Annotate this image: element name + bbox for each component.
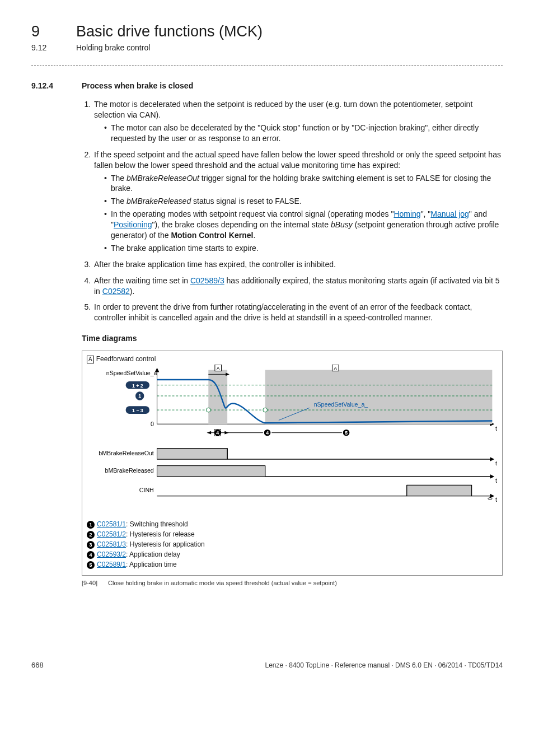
svg-marker-12	[226, 373, 229, 376]
svg-rect-50	[157, 466, 265, 477]
procedure-list: The motor is decelerated when the setpoi…	[82, 99, 503, 323]
page-number: 668	[31, 660, 44, 670]
legend-num-3-icon: 3	[87, 541, 95, 549]
legend-text-2: : Hysteresis for release	[126, 530, 195, 538]
step-1-text: The motor is decelerated when the setpoi…	[94, 100, 472, 119]
svg-text:5: 5	[345, 430, 348, 436]
svg-point-24	[206, 408, 210, 413]
link-manual-jog[interactable]: Manual jog	[430, 209, 469, 218]
step-1: The motor is decelerated when the setpoi…	[93, 99, 503, 144]
svg-text:A: A	[334, 366, 337, 371]
svg-text:bMBrakeReleased: bMBrakeReleased	[105, 467, 153, 474]
legend-num-1-icon: 1	[87, 521, 95, 529]
step-2-bullet-3: In the operating modes with setpoint req…	[104, 209, 503, 241]
svg-text:4: 4	[216, 430, 219, 436]
feedforward-label: Feedforward control	[96, 355, 156, 363]
link-c02581-2[interactable]: C02581/2	[97, 530, 126, 538]
svg-text:nSpeedSetValue_a_: nSpeedSetValue_a_	[314, 402, 369, 408]
figure-legend: 1C02581/1: Switching threshold 2C02581/2…	[87, 520, 498, 570]
figure-top-legend: AFeedforward control	[87, 354, 498, 363]
legend-text-1: : Switching threshold	[126, 520, 188, 528]
svg-text:1: 1	[138, 393, 141, 399]
legend-row-5: 5C02589/1: Application time	[87, 560, 498, 569]
svg-rect-8	[265, 370, 493, 424]
link-c02582[interactable]: C02582	[102, 287, 130, 296]
legend-row-4: 4C02593/2: Application delay	[87, 550, 498, 559]
svg-text:bMBrakeReleaseOut: bMBrakeReleaseOut	[99, 450, 154, 457]
chapter-heading: 9 Basic drive functions (MCK)	[31, 21, 503, 41]
step-2-b1-pre: The	[111, 174, 127, 183]
legend-text-4: : Application delay	[126, 550, 180, 558]
step-4-c: ).	[130, 287, 135, 296]
legend-row-2: 2C02581/2: Hysteresis for release	[87, 530, 498, 539]
svg-text:t: t	[495, 425, 497, 432]
step-5: In order to prevent the drive from furth…	[93, 302, 503, 323]
step-2: If the speed setpoint and the actual spe…	[93, 150, 503, 254]
svg-text:1 + 2: 1 + 2	[132, 383, 143, 389]
step-2-b3-f: .	[253, 231, 255, 240]
step-3: After the brake application time has exp…	[93, 259, 503, 270]
step-2-b3-a: In the operating modes with setpoint req…	[111, 209, 394, 218]
svg-text:A: A	[217, 366, 220, 371]
step-2-b3-em: bBusy	[331, 220, 353, 229]
caption-id: [9-40]	[82, 579, 106, 587]
svg-rect-55	[407, 486, 472, 496]
caption-text: Close holding brake in automatic mode vi…	[108, 580, 337, 586]
step-2-b3-d: "), the brake closes depending on the in…	[152, 220, 330, 229]
svg-rect-44	[157, 449, 228, 459]
figure-box: AFeedforward control nSpeedSetValue_a t …	[82, 351, 503, 576]
step-2-text: If the speed setpoint and the actual spe…	[94, 150, 501, 170]
legend-text-5: : Application time	[126, 561, 177, 568]
svg-rect-7	[208, 370, 227, 424]
body-content: The motor is decelerated when the setpoi…	[31, 99, 503, 587]
svg-text:nSpeedSetValue_a: nSpeedSetValue_a	[106, 370, 157, 377]
legend-row-1: 1C02581/1: Switching threshold	[87, 520, 498, 529]
link-c02593-2[interactable]: C02593/2	[97, 550, 126, 558]
svg-text:t: t	[495, 477, 497, 484]
svg-text:0: 0	[151, 421, 154, 427]
legend-num-4-icon: 4	[87, 551, 95, 559]
section-number: 9.12.4	[31, 81, 65, 91]
link-c02589-3[interactable]: C02589/3	[190, 276, 224, 285]
step-2-bullet-2: The bMBrakeReleased status signal is res…	[104, 196, 503, 207]
step-2-b2-em: bMBrakeReleased	[127, 197, 191, 206]
step-2-bullet-1: The bMBrakeReleaseOut trigger signal for…	[104, 173, 503, 194]
subsection-title: Holding brake control	[76, 43, 150, 53]
link-c02581-1[interactable]: C02581/1	[97, 520, 126, 528]
subsection-number: 9.12	[31, 43, 56, 53]
svg-text:1 − 3: 1 − 3	[132, 408, 143, 413]
legend-row-3: 3C02581/3: Hysteresis for application	[87, 540, 498, 549]
legend-text-3: : Hysteresis for application	[126, 540, 205, 548]
legend-num-5-icon: 5	[87, 561, 95, 569]
svg-text:t: t	[495, 460, 497, 466]
figure-caption: [9-40] Close holding brake in automatic …	[82, 579, 503, 587]
separator-dashed	[31, 66, 503, 66]
time-diagrams-heading: Time diagrams	[82, 333, 503, 344]
svg-text:4: 4	[266, 430, 269, 436]
page-root: 9 Basic drive functions (MCK) 9.12 Holdi…	[0, 0, 534, 692]
step-2-b3-bold: Motion Control Kernel	[171, 231, 253, 240]
section-title: Process when brake is closed	[82, 81, 193, 91]
subsection-heading: 9.12 Holding brake control	[31, 43, 503, 53]
timing-diagram-svg: nSpeedSetValue_a t 0 A A	[87, 365, 498, 516]
chapter-title: Basic drive functions (MCK)	[76, 21, 263, 41]
svg-text:CINH: CINH	[139, 487, 154, 493]
link-positioning[interactable]: Positioning	[114, 220, 152, 229]
svg-marker-29	[207, 431, 211, 435]
step-2-b2-pre: The	[111, 197, 127, 206]
step-1-bullet-1: The motor can also be decelerated by the…	[104, 123, 503, 144]
step-4-a: After the waiting time set in	[94, 276, 190, 285]
step-2-b2-post: status signal is reset to FALSE.	[191, 197, 302, 206]
link-c02589-1[interactable]: C02589/1	[97, 561, 126, 568]
footer-meta: Lenze · 8400 TopLine · Reference manual …	[265, 661, 503, 670]
step-2-b1-em: bMBrakeReleaseOut	[127, 174, 199, 183]
link-c02581-3[interactable]: C02581/3	[97, 540, 126, 548]
svg-point-25	[263, 408, 268, 413]
chapter-number: 9	[31, 21, 56, 41]
section-heading: 9.12.4 Process when brake is closed	[31, 81, 503, 91]
step-2-bullet-4: The brake application time starts to exp…	[104, 243, 503, 254]
page-footer: 668 Lenze · 8400 TopLine · Reference man…	[31, 660, 503, 670]
svg-text:t: t	[495, 497, 497, 503]
feedforward-box-icon: A	[87, 356, 94, 363]
link-homing[interactable]: Homing	[394, 209, 420, 218]
